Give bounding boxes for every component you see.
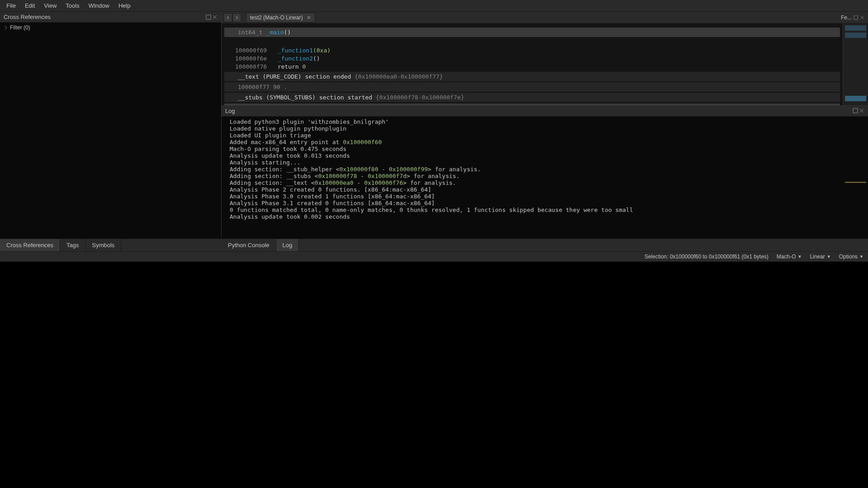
svg-rect-2	[853, 108, 858, 113]
status-selection: Selection: 0x100000f60 to 0x100000f61 (0…	[645, 253, 769, 260]
xrefs-title: Cross References	[4, 14, 51, 20]
btab-tags[interactable]: Tags	[60, 239, 85, 251]
function-header-printf[interactable]: int64_t _printf()	[224, 103, 840, 105]
section-line: __text (PURE_CODE) section ended {0x1000…	[224, 72, 840, 81]
menu-window[interactable]: Window	[84, 0, 114, 11]
menu-tools[interactable]: Tools	[61, 0, 84, 11]
status-options-dropdown[interactable]: Options▼	[839, 253, 863, 260]
btab-python-console[interactable]: Python Console	[222, 239, 276, 251]
log-title: Log	[225, 108, 235, 114]
nav-forward-button[interactable]	[232, 13, 241, 22]
disassembly-editor[interactable]: int64_t _main() 100000f69 _function1(0xa…	[222, 23, 843, 105]
right-column: test2 (Mach-O Linear) ✕ Fe... int64_t _m…	[222, 12, 868, 239]
main-area: Cross References Filter (0) test2 (Mach-…	[0, 12, 868, 239]
nav-back-button[interactable]	[223, 13, 232, 22]
log-header: Log	[222, 106, 868, 117]
code-line[interactable]: 100000f69 _function1(0xa)	[222, 47, 843, 55]
menubar: File Edit View Tools Window Help	[0, 0, 868, 12]
btab-cross-references[interactable]: Cross References	[0, 239, 60, 251]
status-view-dropdown[interactable]: Linear▼	[810, 253, 830, 260]
btab-symbols[interactable]: Symbols	[86, 239, 122, 251]
menu-edit[interactable]: Edit	[20, 0, 39, 11]
tab-label: test2 (Mach-O Linear)	[250, 14, 303, 21]
function-header-main[interactable]: int64_t _main()	[224, 28, 840, 37]
close-icon[interactable]	[212, 14, 217, 20]
svg-rect-0	[206, 15, 211, 19]
xrefs-body	[0, 33, 221, 239]
popout-icon[interactable]	[206, 14, 211, 20]
popout-icon[interactable]	[854, 15, 858, 20]
filter-row[interactable]: Filter (0)	[0, 23, 221, 33]
menu-help[interactable]: Help	[114, 0, 135, 11]
code-line[interactable]: 100000f76 return 0	[222, 63, 843, 71]
section-line: __stubs (SYMBOL_STUBS) section started {…	[224, 93, 840, 102]
statusbar: Selection: 0x100000f60 to 0x100000f61 (0…	[0, 251, 868, 262]
close-icon[interactable]	[860, 15, 864, 20]
svg-rect-1	[854, 15, 858, 19]
tabbar: test2 (Mach-O Linear) ✕ Fe...	[222, 12, 868, 23]
xrefs-header: Cross References	[0, 12, 221, 23]
tab-test2[interactable]: test2 (Mach-O Linear) ✕	[246, 13, 315, 23]
status-arch-dropdown[interactable]: Mach-O▼	[777, 253, 802, 260]
chevron-right-icon	[4, 25, 8, 30]
close-icon[interactable]	[859, 108, 864, 113]
minimap[interactable]	[843, 23, 868, 105]
btab-log[interactable]: Log	[276, 239, 299, 251]
code-line[interactable]: 100000f6e _function2()	[222, 55, 843, 63]
menu-file[interactable]: File	[2, 0, 20, 11]
filter-label: Filter (0)	[10, 24, 30, 31]
black-fill	[0, 262, 868, 488]
popout-icon[interactable]	[853, 108, 858, 113]
bottom-tabs: Cross References Tags Symbols Python Con…	[0, 239, 868, 251]
menu-view[interactable]: View	[39, 0, 61, 11]
log-body[interactable]: Loaded python3 plugin 'withzombies_bnilg…	[222, 117, 868, 239]
hex-line[interactable]: 100000f77 90 .	[224, 82, 840, 92]
log-panel: Log Loaded python3 plugin 'withzombies_b…	[222, 105, 868, 239]
tab-close-icon[interactable]: ✕	[307, 14, 311, 21]
xrefs-panel: Cross References Filter (0)	[0, 12, 222, 239]
feature-panel-label[interactable]: Fe...	[837, 14, 868, 21]
